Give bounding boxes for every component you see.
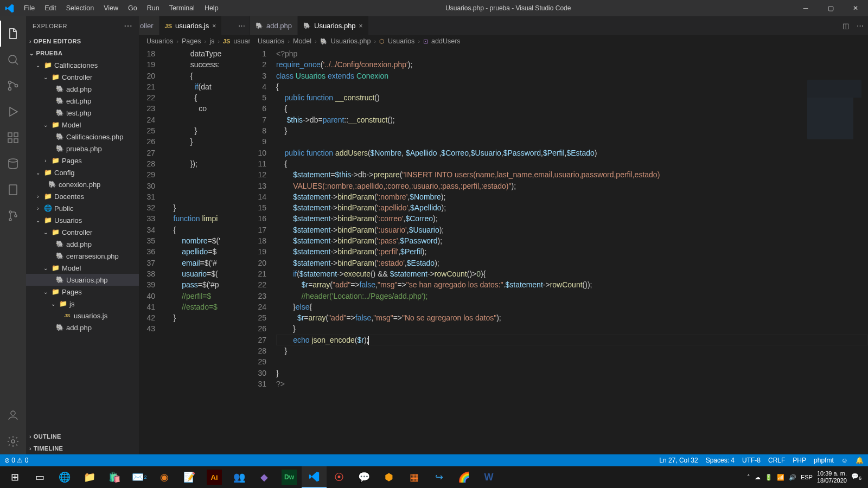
file-prueba-php[interactable]: 🐘prueba.php — [26, 143, 139, 155]
menu-go[interactable]: Go — [123, 0, 142, 16]
file-cerrarsesion-php[interactable]: 🐘cerrarsesion.php — [26, 250, 139, 262]
status-encoding[interactable]: UTF-8 — [742, 457, 761, 464]
git-icon[interactable] — [0, 203, 26, 229]
folder-model[interactable]: ⌄📁Model — [26, 119, 139, 131]
status-eol[interactable]: CRLF — [768, 457, 785, 464]
minimize-button[interactable]: ─ — [793, 0, 818, 16]
tab-add-php[interactable]: 🐘add.php — [250, 16, 298, 35]
task-view-icon[interactable]: ▭ — [27, 466, 52, 488]
menu-run[interactable]: Run — [142, 0, 164, 16]
whatsapp-icon[interactable]: 💬 — [352, 466, 376, 488]
tray-chevron-icon[interactable]: ˄ — [747, 474, 750, 481]
search-icon[interactable] — [0, 47, 26, 73]
illustrator-icon[interactable]: Ai — [207, 470, 222, 485]
tray-language[interactable]: ESP — [801, 474, 813, 480]
tray-volume-icon[interactable]: 🔊 — [789, 474, 796, 481]
close-icon[interactable]: × — [212, 22, 216, 30]
app-icon[interactable]: ⦿ — [327, 466, 352, 488]
folder-pages[interactable]: ›📁Pages — [26, 155, 139, 166]
more-icon[interactable]: ⋯ — [124, 21, 133, 31]
breadcrumb-right[interactable]: Usuarios› Model› 🐘Usuarios.php› ⬡Usuario… — [250, 35, 868, 47]
status-language[interactable]: PHP — [793, 457, 806, 464]
mail-icon[interactable]: ✉️2 — [127, 466, 152, 488]
menu-view[interactable]: View — [99, 0, 123, 16]
status-spaces[interactable]: Spaces: 4 — [706, 457, 735, 464]
code-right[interactable]: <?phprequire_once('../../Config/conexion… — [276, 47, 868, 454]
settings-gear-icon[interactable] — [0, 428, 26, 454]
minimap[interactable] — [807, 80, 861, 139]
sticky-notes-icon[interactable]: 📝 — [177, 466, 202, 488]
folder-js[interactable]: ⌄📁js — [26, 298, 139, 310]
menu-terminal[interactable]: Terminal — [164, 0, 200, 16]
menu-file[interactable]: File — [19, 0, 40, 16]
folder-public[interactable]: ›🌐Public — [26, 202, 139, 214]
tray-clock[interactable]: 10:39 a. m.18/07/2020 — [817, 470, 847, 484]
breadcrumb-left[interactable]: Usuarios› Pages› js› JSusuario... — [139, 35, 250, 47]
xampp-icon[interactable]: ▦ — [401, 466, 426, 488]
store-icon[interactable]: 🛍️ — [102, 466, 127, 488]
split-icon[interactable]: ◫ — [843, 22, 849, 30]
project-section[interactable]: ⌄PRUEBA — [26, 47, 139, 59]
teams-icon[interactable]: 👥 — [227, 466, 252, 488]
tray-notifications-icon[interactable]: 💬6 — [851, 473, 861, 481]
groove-icon[interactable]: ◉ — [152, 466, 177, 488]
file-calificaciones-php[interactable]: 🐘Calificaciones.php — [26, 131, 139, 143]
close-button[interactable]: ✕ — [843, 0, 868, 16]
file-edit-php[interactable]: 🐘edit.php — [26, 95, 139, 107]
status-bell-icon[interactable]: 🔔 — [856, 457, 864, 464]
folder-controller-2[interactable]: ⌄📁Controller — [26, 226, 139, 238]
close-icon[interactable]: × — [359, 22, 363, 30]
database-icon[interactable] — [0, 151, 26, 177]
open-editors-section[interactable]: ›OPEN EDITORS — [26, 35, 139, 47]
folder-config[interactable]: ⌄📁Config — [26, 166, 139, 178]
extensions-icon[interactable] — [0, 125, 26, 151]
share-icon[interactable]: ↪ — [426, 466, 451, 488]
start-button[interactable]: ⊞ — [2, 466, 27, 488]
folder-model-2[interactable]: ⌄📁Model — [26, 262, 139, 274]
file-add-php-3[interactable]: 🐘add.php — [26, 322, 139, 333]
file-test-php[interactable]: 🐘test.php — [26, 107, 139, 119]
status-cursor-pos[interactable]: Ln 27, Col 32 — [659, 457, 698, 464]
status-feedback-icon[interactable]: ☺ — [841, 457, 848, 464]
explorer-icon[interactable] — [0, 21, 26, 47]
folder-controller[interactable]: ⌄📁Controller — [26, 71, 139, 83]
tab-usuarios-js[interactable]: JSusuarios.js× — [159, 16, 222, 35]
menu-selection[interactable]: Selection — [61, 0, 99, 16]
folder-usuarios[interactable]: ⌄📁Usuarios — [26, 214, 139, 226]
vscode-taskbar-icon[interactable] — [302, 466, 327, 488]
bookmark-icon[interactable] — [0, 177, 26, 203]
tab-hidden[interactable]: oller — [139, 16, 159, 35]
run-debug-icon[interactable] — [0, 99, 26, 125]
visual-studio-icon[interactable]: ◆ — [252, 466, 277, 488]
edge-icon[interactable]: 🌐 — [52, 466, 77, 488]
dreamweaver-icon[interactable]: Dw — [282, 470, 297, 485]
menu-edit[interactable]: Edit — [40, 0, 61, 16]
chrome-icon[interactable]: 🌈 — [451, 466, 476, 488]
file-usuarios-php[interactable]: 🐘Usuarios.php — [26, 274, 139, 286]
outline-section[interactable]: ›OUTLINE — [26, 431, 139, 442]
file-explorer-icon[interactable]: 📁 — [77, 466, 102, 488]
status-formatter[interactable]: phpfmt — [814, 457, 834, 464]
tab-usuarios-php[interactable]: 🐘Usuarios.php× — [298, 16, 369, 35]
account-icon[interactable] — [0, 402, 26, 428]
file-add-php-2[interactable]: 🐘add.php — [26, 238, 139, 250]
folder-pages-2[interactable]: ⌄📁Pages — [26, 286, 139, 298]
code-left[interactable]: dataType success: { if(dat { co } } }); … — [165, 47, 250, 454]
folder-docentes[interactable]: ›📁Docentes — [26, 190, 139, 202]
tray-wifi-icon[interactable]: 📶 — [777, 474, 784, 481]
more-icon[interactable]: ⋯ — [857, 22, 864, 30]
word-icon[interactable]: W — [476, 466, 501, 488]
file-add-php[interactable]: 🐘add.php — [26, 83, 139, 95]
tray-battery-icon[interactable]: 🔋 — [765, 474, 773, 481]
menu-help[interactable]: Help — [200, 0, 224, 16]
tray-onedrive-icon[interactable]: ☁ — [755, 474, 761, 481]
more-icon[interactable]: ⋯ — [238, 22, 245, 30]
status-errors[interactable]: ⊘ 0 ⚠ 0 — [4, 457, 28, 464]
app-icon-2[interactable]: ⬢ — [376, 466, 401, 488]
folder-calificaciones[interactable]: ⌄📁Calificaciones — [26, 59, 139, 71]
file-conexion-php[interactable]: 🐘conexion.php — [26, 178, 139, 190]
timeline-section[interactable]: ›TIMELINE — [26, 442, 139, 454]
file-usuarios-js[interactable]: JSusuarios.js — [26, 310, 139, 322]
maximize-button[interactable]: ▢ — [818, 0, 843, 16]
source-control-icon[interactable] — [0, 73, 26, 99]
